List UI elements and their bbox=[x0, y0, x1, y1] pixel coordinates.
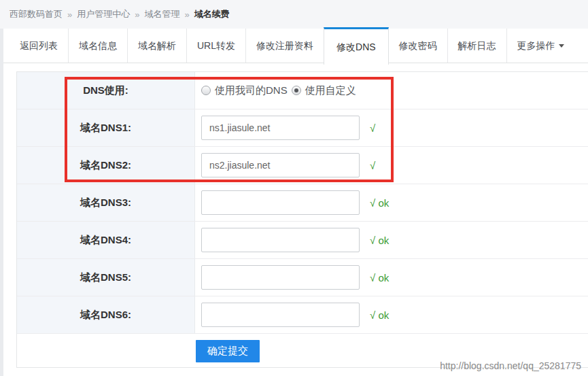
tab-domain-info[interactable]: 域名信息 bbox=[68, 29, 127, 63]
caret-down-icon bbox=[559, 44, 564, 48]
dns2-status: √ bbox=[370, 160, 375, 171]
row-dns1: 域名DNS1: √ bbox=[17, 109, 588, 147]
dns4-input[interactable] bbox=[201, 228, 360, 252]
row-dns6: 域名DNS6: √ ok bbox=[17, 296, 588, 334]
tab-resolve-log[interactable]: 解析日志 bbox=[447, 29, 506, 63]
breadcrumb-user-center[interactable]: 用户管理中心 bbox=[77, 8, 130, 20]
dns1-label: 域名DNS1: bbox=[17, 109, 195, 146]
breadcrumb-home[interactable]: 西部数码首页 bbox=[10, 8, 63, 20]
dns2-label: 域名DNS2: bbox=[17, 147, 195, 184]
edit-dns-form: DNS使用: 使用我司的DNS 使用自定义 域名DNS1: √ bbox=[16, 71, 588, 368]
dns3-label: 域名DNS3: bbox=[17, 184, 195, 221]
dns1-input[interactable] bbox=[201, 116, 360, 140]
row-dns5: 域名DNS5: √ ok bbox=[17, 259, 588, 296]
breadcrumb: 西部数码首页 » 用户管理中心 » 域名管理 » 域名续费 bbox=[0, 0, 588, 29]
dns3-input[interactable] bbox=[201, 190, 360, 215]
dns2-input[interactable] bbox=[201, 153, 360, 177]
radio-custom-dns[interactable]: 使用自定义 bbox=[292, 84, 356, 97]
dns-usage-radio-group: 使用我司的DNS 使用自定义 bbox=[201, 84, 356, 97]
breadcrumb-separator: » bbox=[184, 10, 189, 20]
tab-more-actions[interactable]: 更多操作 bbox=[506, 29, 574, 63]
row-dns2: 域名DNS2: √ bbox=[17, 147, 588, 184]
dns4-status: √ ok bbox=[370, 235, 389, 246]
tab-edit-password[interactable]: 修改密码 bbox=[389, 29, 447, 63]
dns5-label: 域名DNS5: bbox=[17, 259, 195, 296]
tab-url-forward[interactable]: URL转发 bbox=[186, 29, 245, 63]
breadcrumb-separator: » bbox=[67, 10, 72, 20]
dns5-input[interactable] bbox=[201, 265, 360, 290]
submit-button[interactable]: 确定提交 bbox=[196, 340, 260, 362]
domain-management-page: 西部数码首页 » 用户管理中心 » 域名管理 » 域名续费 返回列表 域名信息 … bbox=[0, 0, 588, 376]
breadcrumb-separator: » bbox=[135, 10, 139, 20]
dns1-status: √ bbox=[370, 122, 375, 134]
tab-edit-dns[interactable]: 修改DNS bbox=[324, 27, 389, 65]
row-dns4: 域名DNS4: √ ok bbox=[17, 222, 588, 259]
dns4-label: 域名DNS4: bbox=[17, 222, 195, 258]
radio-checked-icon[interactable] bbox=[292, 86, 301, 95]
radio-custom-dns-label: 使用自定义 bbox=[305, 84, 356, 97]
radio-company-dns-label: 使用我司的DNS bbox=[215, 84, 288, 97]
tab-return-list[interactable]: 返回列表 bbox=[10, 29, 68, 63]
dns3-status: √ ok bbox=[370, 197, 389, 209]
row-dns3: 域名DNS3: √ ok bbox=[17, 184, 588, 222]
tab-edit-registrant-info[interactable]: 修改注册资料 bbox=[245, 29, 324, 63]
tab-domain-resolve[interactable]: 域名解析 bbox=[127, 29, 186, 63]
dns6-input[interactable] bbox=[201, 303, 360, 327]
radio-company-dns[interactable]: 使用我司的DNS bbox=[201, 84, 288, 97]
domain-action-tabbar: 返回列表 域名信息 域名解析 URL转发 修改注册资料 修改DNS 修改密码 解… bbox=[3, 29, 588, 63]
breadcrumb-domain-management[interactable]: 域名管理 bbox=[144, 8, 179, 20]
radio-unchecked-icon[interactable] bbox=[201, 86, 211, 95]
dns6-status: √ ok bbox=[370, 309, 389, 321]
page-left-gutter bbox=[0, 29, 3, 376]
breadcrumb-domain-renew: 域名续费 bbox=[194, 8, 230, 20]
row-dns-usage: DNS使用: 使用我司的DNS 使用自定义 bbox=[17, 72, 588, 109]
watermark-url: http://blog.csdn.net/qq_25281775 bbox=[440, 360, 581, 371]
dns5-status: √ ok bbox=[370, 272, 389, 284]
dns-usage-options: 使用我司的DNS 使用自定义 bbox=[195, 72, 588, 109]
dns6-label: 域名DNS6: bbox=[17, 296, 195, 333]
tab-more-actions-label: 更多操作 bbox=[517, 29, 555, 63]
dns-usage-label: DNS使用: bbox=[17, 72, 195, 109]
